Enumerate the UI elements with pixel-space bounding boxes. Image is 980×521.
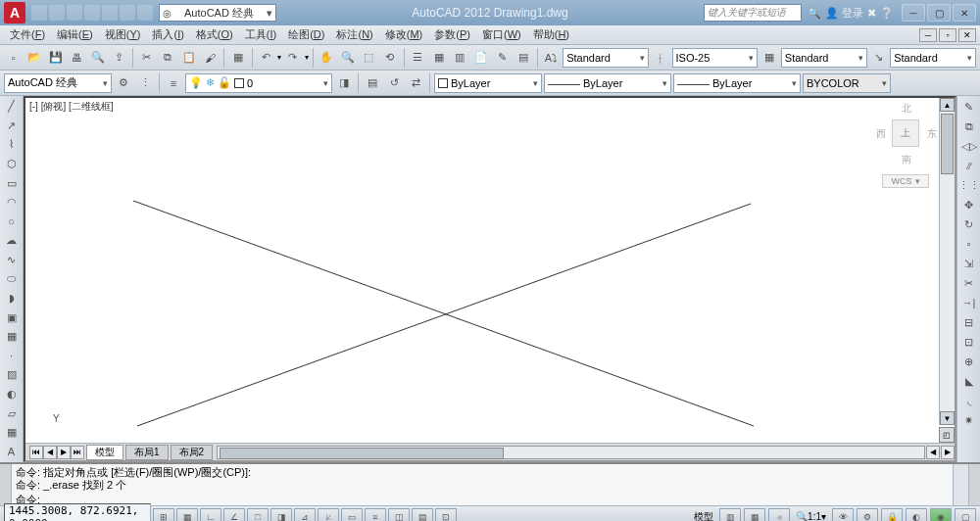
workspace-dropdown[interactable]: ◎ AutoCAD 经典 (159, 4, 276, 22)
mirror-icon[interactable]: ◁▷ (959, 137, 979, 155)
layer-match-icon[interactable]: ⇄ (406, 73, 425, 93)
block-editor-icon[interactable]: ▦ (228, 48, 248, 68)
annoscale-icon[interactable]: ⟐ (768, 508, 790, 522)
arc-icon[interactable]: ◠ (2, 194, 22, 212)
sc-toggle[interactable]: ⊡ (435, 508, 457, 522)
save-icon[interactable] (67, 5, 82, 21)
tab-prev-button[interactable]: ◀ (43, 446, 57, 459)
scroll-up-button[interactable]: ▲ (940, 98, 955, 112)
spline-icon[interactable]: ∿ (2, 252, 22, 269)
modelspace-button[interactable]: 模型 (691, 510, 716, 522)
qp-toggle[interactable]: ▤ (412, 508, 433, 522)
menu-file[interactable]: 文件(F) (4, 27, 51, 42)
prop-color-combo[interactable]: ByLayer (434, 73, 542, 93)
table-icon[interactable]: ▦ (2, 424, 22, 442)
tab-last-button[interactable]: ⏭ (71, 446, 84, 459)
tab-layout2[interactable]: 布局2 (171, 445, 214, 460)
vertical-scrollbar[interactable]: ▲ ▼ (939, 98, 955, 425)
ducs-toggle[interactable]: ⟀ (318, 508, 339, 522)
annoscale-value[interactable]: 🔍1:1▾ (793, 511, 829, 521)
cmd-resize-grip[interactable] (968, 464, 980, 505)
redo-icon[interactable] (137, 5, 153, 21)
join-icon[interactable]: ⊕ (959, 353, 979, 370)
new-icon[interactable] (31, 5, 47, 21)
rotate-icon[interactable]: ↻ (959, 215, 979, 233)
hardware-accel-icon[interactable]: ◐ (906, 508, 927, 522)
snap-toggle[interactable]: ⊞ (153, 508, 174, 522)
copy-modify-icon[interactable]: ⧉ (959, 118, 979, 135)
workspace-switch-icon[interactable]: ⚙ (857, 508, 878, 522)
menu-format[interactable]: 格式(O) (190, 27, 239, 42)
sheet-set-icon[interactable]: 📄 (471, 48, 491, 68)
doc-restore-button[interactable]: ▫ (939, 28, 956, 42)
new-icon[interactable]: ▫ (4, 48, 24, 68)
tab-model[interactable]: 模型 (86, 445, 123, 460)
prop-plotstyle-combo[interactable]: BYCOLOR (803, 73, 891, 93)
mtext-icon[interactable]: A (2, 443, 22, 460)
markup-icon[interactable]: ✎ (493, 48, 513, 68)
polygon-icon[interactable]: ⬡ (2, 156, 22, 173)
menu-insert[interactable]: 插入(I) (146, 27, 189, 42)
explode-icon[interactable]: ✷ (959, 411, 979, 429)
saveas-icon[interactable] (84, 5, 100, 21)
zoom-window-icon[interactable]: ⬚ (360, 48, 379, 68)
tab-layout1[interactable]: 布局1 (125, 445, 169, 460)
line-icon[interactable]: ╱ (2, 98, 22, 116)
layer-combo[interactable]: 💡❄🔓0 (185, 73, 332, 93)
mleaderstyle-combo[interactable]: Standard (890, 48, 976, 68)
menu-dimension[interactable]: 标注(N) (330, 27, 378, 42)
toolbar-lock-icon[interactable]: 🔒 (881, 508, 903, 522)
xline-icon[interactable]: ↗ (2, 118, 22, 135)
dyn-toggle[interactable]: ▭ (341, 508, 363, 522)
scale-icon[interactable]: ▫ (959, 235, 979, 253)
cmd-grip[interactable] (0, 464, 12, 505)
otrack-toggle[interactable]: ⊿ (294, 508, 316, 522)
insert-block-icon[interactable]: ▣ (2, 308, 22, 326)
break-icon[interactable]: ⊡ (959, 333, 979, 351)
open-icon[interactable] (49, 5, 65, 21)
chamfer-icon[interactable]: ◣ (959, 372, 979, 390)
cut-icon[interactable]: ✂ (137, 48, 157, 68)
scroll-down-button[interactable]: ▼ (940, 411, 955, 425)
prop-lineweight-combo[interactable]: ——— ByLayer (673, 73, 801, 93)
offset-icon[interactable]: ⫽ (959, 157, 979, 174)
tab-first-button[interactable]: ⏮ (29, 446, 43, 459)
hatch-icon[interactable]: ▨ (2, 366, 22, 384)
workspace-combo2[interactable]: AutoCAD 经典 (4, 73, 112, 93)
textstyle-combo[interactable]: Standard (563, 48, 649, 68)
gradient-icon[interactable]: ◐ (2, 386, 22, 403)
infocenter-search[interactable]: 键入关键字或短语 (704, 4, 802, 22)
maximize-button[interactable]: ▢ (927, 4, 951, 22)
break-at-point-icon[interactable]: ⊟ (959, 313, 979, 331)
isolate-objects-icon[interactable]: ◉ (930, 508, 952, 522)
clean-screen-icon[interactable]: ▢ (955, 508, 976, 522)
tablestyle-flyout[interactable]: ▦ (760, 48, 779, 68)
zoom-previous-icon[interactable]: ⟲ (380, 48, 400, 68)
properties-icon[interactable]: ☰ (409, 48, 428, 68)
undo-icon[interactable]: ↶ (257, 48, 276, 68)
hscroll-right-button[interactable]: ▶ (941, 446, 955, 459)
viewcube[interactable]: 北 西 上 东 南 WCS▾ (874, 102, 937, 190)
3dosnap-toggle[interactable]: ◨ (270, 508, 292, 522)
menu-modify[interactable]: 修改(M) (379, 27, 429, 42)
doc-close-button[interactable]: ✕ (958, 28, 976, 42)
array-icon[interactable]: ⋮⋮ (959, 176, 979, 194)
menu-edit[interactable]: 编辑(E) (51, 27, 99, 42)
circle-icon[interactable]: ○ (2, 213, 22, 230)
fillet-icon[interactable]: ◟ (959, 392, 979, 409)
search-submit-icon[interactable]: 🔍 (808, 7, 821, 20)
menu-parametric[interactable]: 参数(P) (428, 27, 476, 42)
redo-icon[interactable]: ↷ (283, 48, 303, 68)
menu-view[interactable]: 视图(Y) (99, 27, 147, 42)
menu-draw[interactable]: 绘图(D) (282, 27, 330, 42)
close-button[interactable]: ✕ (953, 4, 976, 22)
lwt-toggle[interactable]: ≡ (365, 508, 386, 522)
extend-icon[interactable]: →| (959, 294, 979, 311)
erase-icon[interactable]: ✎ (959, 98, 979, 116)
command-window[interactable]: 命令: 指定对角点或 [栏选(F)/圈围(WP)/圈交(CP)]: 命令: _.… (0, 462, 980, 505)
move-icon[interactable]: ✥ (959, 196, 979, 213)
tpy-toggle[interactable]: ◫ (388, 508, 410, 522)
mleaderstyle-flyout[interactable]: ↘ (869, 48, 889, 68)
grid-toggle[interactable]: ▦ (176, 508, 198, 522)
hscroll-left-button[interactable]: ◀ (926, 446, 940, 459)
